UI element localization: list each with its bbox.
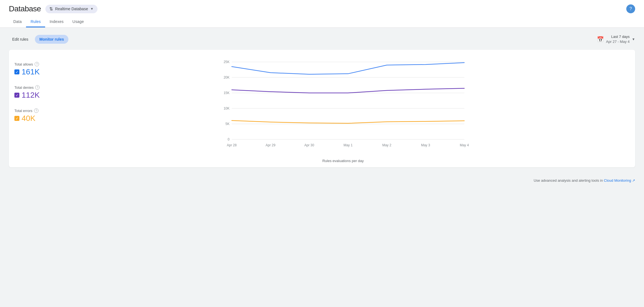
date-range-selector[interactable]: 📅 Last 7 days Apr 27 - May 4 ▼: [597, 34, 635, 44]
main-content: Edit rules Monitor rules 📅 Last 7 days A…: [0, 28, 644, 174]
help-icon: ?: [630, 6, 632, 11]
svg-text:25K: 25K: [224, 60, 230, 64]
calendar-icon: 📅: [597, 36, 604, 43]
legend-allows: Total allows ? ✓ 161K: [14, 62, 59, 76]
svg-text:May 3: May 3: [421, 143, 430, 147]
db-icon: ⇅: [49, 6, 53, 12]
svg-text:0: 0: [228, 137, 230, 141]
svg-text:5K: 5K: [225, 122, 230, 126]
monitor-rules-button[interactable]: Monitor rules: [35, 35, 68, 44]
svg-text:10K: 10K: [224, 106, 230, 110]
db-selector-label: Realtime Database: [55, 7, 88, 11]
chart-svg: 25K 20K 15K 10K 5K 0 Apr 28 Apr 29 Apr 3…: [59, 56, 627, 156]
svg-text:Apr 28: Apr 28: [227, 143, 237, 147]
svg-text:May 4: May 4: [460, 143, 469, 147]
errors-help-icon: ?: [34, 108, 38, 113]
toolbar: Edit rules Monitor rules 📅 Last 7 days A…: [9, 34, 635, 44]
legend-errors: Total errors ? ✓ 40K: [14, 108, 59, 123]
date-range-label: Last 7 days: [606, 34, 630, 39]
denies-value: 112K: [22, 91, 40, 100]
svg-text:Apr 30: Apr 30: [304, 143, 314, 147]
yellow-line: [232, 121, 464, 123]
legend-denies: Total denies ? ✓ 112K: [14, 85, 59, 100]
blue-line: [232, 63, 464, 74]
allows-checkbox[interactable]: ✓: [14, 69, 19, 74]
allows-help-icon: ?: [35, 62, 39, 66]
tab-data[interactable]: Data: [9, 17, 26, 27]
errors-checkbox[interactable]: ✓: [14, 116, 19, 121]
svg-text:May 1: May 1: [344, 143, 353, 147]
errors-value: 40K: [22, 114, 35, 123]
footer-note: Use advanced analysis and alerting tools…: [0, 174, 644, 187]
allows-label: Total allows: [14, 62, 33, 66]
chevron-down-icon: ▼: [90, 7, 94, 11]
tab-usage[interactable]: Usage: [68, 17, 88, 27]
tab-indexes[interactable]: Indexes: [45, 17, 68, 27]
chart-svg-container: 25K 20K 15K 10K 5K 0 Apr 28 Apr 29 Apr 3…: [59, 56, 627, 157]
denies-help-icon: ?: [35, 85, 40, 90]
tab-rules[interactable]: Rules: [26, 17, 45, 27]
edit-rules-button[interactable]: Edit rules: [9, 35, 32, 44]
allows-value: 161K: [22, 67, 40, 76]
header-row: Database ⇅ Realtime Database ▼ ?: [9, 4, 635, 13]
chart-area: 25K 20K 15K 10K 5K 0 Apr 28 Apr 29 Apr 3…: [59, 56, 627, 163]
errors-label: Total errors: [14, 109, 32, 113]
denies-checkbox[interactable]: ✓: [14, 93, 19, 98]
footer-text: Use advanced analysis and alerting tools…: [534, 178, 603, 183]
help-button[interactable]: ?: [626, 4, 635, 13]
svg-text:May 2: May 2: [382, 143, 391, 147]
db-selector-button[interactable]: ⇅ Realtime Database ▼: [45, 5, 97, 13]
cloud-monitoring-link[interactable]: Cloud Monitoring ↗: [604, 178, 635, 183]
external-link-icon: ↗: [632, 178, 635, 183]
svg-text:Apr 29: Apr 29: [266, 143, 275, 147]
date-range-value: Apr 27 - May 4: [606, 39, 630, 44]
date-chevron-icon: ▼: [632, 37, 635, 41]
chart-inner: Total allows ? ✓ 161K Total denies ? ✓: [14, 56, 627, 163]
purple-line: [232, 89, 464, 93]
page-title: Database: [9, 4, 41, 13]
nav-tabs: Data Rules Indexes Usage: [9, 17, 635, 27]
chart-card: Total allows ? ✓ 161K Total denies ? ✓: [9, 50, 635, 167]
svg-text:15K: 15K: [224, 91, 230, 95]
rules-btn-group: Edit rules Monitor rules: [9, 35, 68, 44]
chart-legend: Total allows ? ✓ 161K Total denies ? ✓: [14, 56, 59, 163]
chart-x-axis-label: Rules evaluations per day: [59, 159, 627, 163]
top-bar: Database ⇅ Realtime Database ▼ ? Data Ru…: [0, 0, 644, 28]
svg-text:20K: 20K: [224, 76, 230, 79]
denies-label: Total denies: [14, 85, 34, 90]
